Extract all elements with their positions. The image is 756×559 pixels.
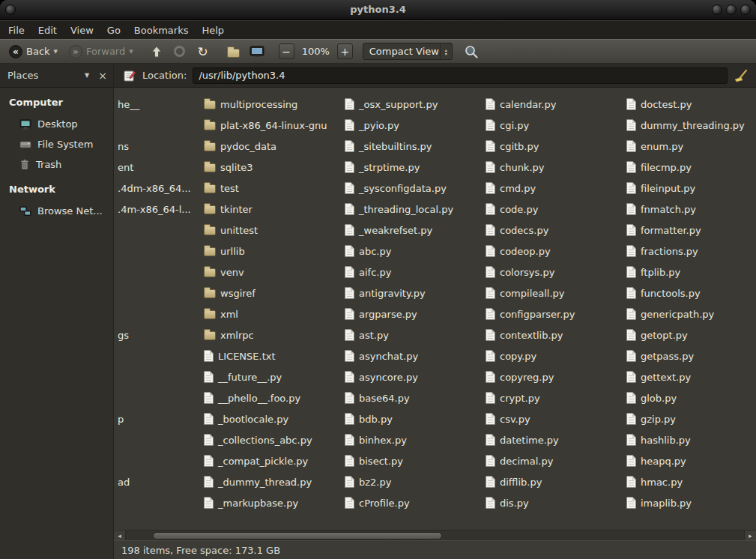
file-item[interactable]: codecs.py (484, 220, 625, 241)
folder-item[interactable]: test (202, 178, 343, 199)
file-item[interactable]: argparse.py (343, 303, 484, 324)
file-item[interactable]: configparser.py (484, 303, 625, 324)
file-item[interactable]: _threading_local.py (343, 199, 484, 220)
file-item[interactable]: asynchat.py (343, 345, 484, 366)
file-item[interactable]: ast.py (343, 324, 484, 345)
file-item[interactable]: doctest.py (625, 94, 756, 115)
minimize-button[interactable] (712, 4, 722, 15)
file-item[interactable]: functools.py (625, 282, 756, 303)
file-item[interactable]: binhex.py (343, 429, 484, 450)
file-item[interactable]: aifc.py (343, 262, 484, 282)
file-item[interactable]: gs (116, 324, 129, 345)
file-area[interactable]: he__nsent.4dm-x86_64....4m-x86_64-l...gs… (114, 88, 756, 530)
file-item[interactable]: base64.py (343, 387, 484, 408)
file-item[interactable]: formatter.py (625, 220, 756, 241)
close-button[interactable] (740, 4, 751, 15)
back-button[interactable]: « Back ▼ (6, 43, 61, 60)
file-item[interactable]: enum.py (625, 136, 756, 157)
places-dropdown-icon[interactable]: ▼ (85, 72, 89, 79)
file-item[interactable]: getopt.py (625, 324, 756, 345)
file-item[interactable]: _compat_pickle.py (202, 450, 343, 471)
file-item[interactable]: _pyio.py (343, 115, 484, 136)
file-item[interactable]: ad (116, 471, 130, 492)
file-item[interactable]: he__ (116, 94, 139, 115)
zoom-out-button[interactable]: − (279, 43, 294, 59)
file-item[interactable]: _sysconfigdata.py (343, 178, 484, 199)
file-item[interactable]: chunk.py (484, 157, 625, 178)
file-item[interactable]: _markupbase.py (202, 492, 343, 513)
scroll-left-icon[interactable]: ◂ (114, 531, 126, 541)
file-item[interactable]: .4m-x86_64-l... (116, 199, 191, 220)
file-item[interactable]: genericpath.py (625, 303, 756, 324)
view-mode-select[interactable]: Compact View ▴ ▾ (363, 43, 453, 60)
file-item[interactable]: _strptime.py (343, 157, 484, 178)
menu-file[interactable]: File (1, 22, 31, 38)
folder-item[interactable]: sqlite3 (202, 157, 343, 178)
file-item[interactable]: heapq.py (625, 450, 756, 471)
menu-help[interactable]: Help (195, 22, 231, 38)
back-dropdown-icon[interactable]: ▼ (54, 49, 58, 55)
file-item[interactable]: __phello__.foo.py (202, 387, 343, 408)
file-item[interactable]: filecmp.py (625, 157, 756, 178)
new-folder-button[interactable] (225, 43, 243, 61)
file-item[interactable]: dummy_threading.py (625, 115, 756, 136)
file-item[interactable]: _collections_abc.py (202, 429, 343, 450)
file-item[interactable]: copy.py (484, 345, 625, 366)
file-item[interactable]: codeop.py (484, 241, 625, 262)
refresh-button[interactable]: ↻ (194, 43, 212, 61)
sidebar-item-desktop[interactable]: Desktop (0, 114, 113, 134)
file-item[interactable]: _bootlocale.py (202, 408, 343, 429)
file-item[interactable]: ftplib.py (625, 262, 756, 282)
folder-item[interactable]: plat-x86_64-linux-gnu (202, 115, 343, 136)
folder-item[interactable]: venv (202, 262, 343, 282)
menu-go[interactable]: Go (100, 22, 127, 38)
folder-item[interactable]: multiprocessing (202, 94, 343, 115)
edit-location-button[interactable] (123, 69, 136, 82)
forward-button[interactable]: » Forward ▼ (66, 43, 136, 60)
sidebar-item-browse-network[interactable]: Browse Net... (0, 201, 113, 221)
view-mode-spinner-icon[interactable]: ▴ ▾ (440, 43, 452, 59)
file-item[interactable]: bisect.py (343, 450, 484, 471)
file-item[interactable]: copyreg.py (484, 366, 625, 387)
file-item[interactable]: _osx_support.py (343, 94, 484, 115)
folder-item[interactable]: xmlrpc (202, 324, 343, 345)
menu-edit[interactable]: Edit (31, 22, 64, 38)
file-item[interactable]: abc.py (343, 241, 484, 262)
file-item[interactable]: imaplib.py (625, 492, 756, 513)
menu-bookmarks[interactable]: Bookmarks (127, 22, 196, 38)
file-item[interactable]: _sitebuiltins.py (343, 136, 484, 157)
file-item[interactable]: fnmatch.py (625, 199, 756, 220)
file-item[interactable]: colorsys.py (484, 262, 625, 282)
up-button[interactable] (148, 43, 166, 61)
folder-item[interactable]: pydoc_data (202, 136, 343, 157)
file-item[interactable]: cmd.py (484, 178, 625, 199)
maximize-button[interactable] (726, 4, 737, 15)
file-item[interactable]: cProfile.py (343, 492, 484, 513)
file-item[interactable]: gettext.py (625, 366, 756, 387)
file-item[interactable]: p (116, 408, 124, 429)
file-item[interactable]: bdb.py (343, 408, 484, 429)
file-item[interactable]: fileinput.py (625, 178, 756, 199)
horizontal-scrollbar[interactable]: ◂ ▸ (114, 530, 756, 540)
clear-location-button[interactable] (734, 69, 749, 82)
file-item[interactable]: ent (116, 157, 133, 178)
file-item[interactable]: hashlib.py (625, 429, 756, 450)
file-item[interactable]: hmac.py (625, 471, 756, 492)
folder-item[interactable]: tkinter (202, 199, 343, 220)
file-item[interactable]: asyncore.py (343, 366, 484, 387)
sidebar-item-trash[interactable]: Trash (0, 154, 113, 175)
file-item[interactable]: _weakrefset.py (343, 220, 484, 241)
file-item[interactable]: decimal.py (484, 450, 625, 471)
file-item[interactable]: .4dm-x86_64... (116, 178, 191, 199)
file-item[interactable]: crypt.py (484, 387, 625, 408)
file-item[interactable]: difflib.py (484, 471, 625, 492)
file-item[interactable]: bz2.py (343, 471, 484, 492)
open-terminal-button[interactable] (248, 43, 266, 61)
file-item[interactable]: fractions.py (625, 241, 756, 262)
places-close-icon[interactable]: × (98, 70, 107, 81)
file-item[interactable]: ns (116, 136, 129, 157)
file-item[interactable]: getpass.py (625, 345, 756, 366)
scroll-right-icon[interactable]: ▸ (744, 531, 756, 541)
scrollbar-thumb[interactable] (153, 532, 442, 540)
file-item[interactable]: datetime.py (484, 429, 625, 450)
